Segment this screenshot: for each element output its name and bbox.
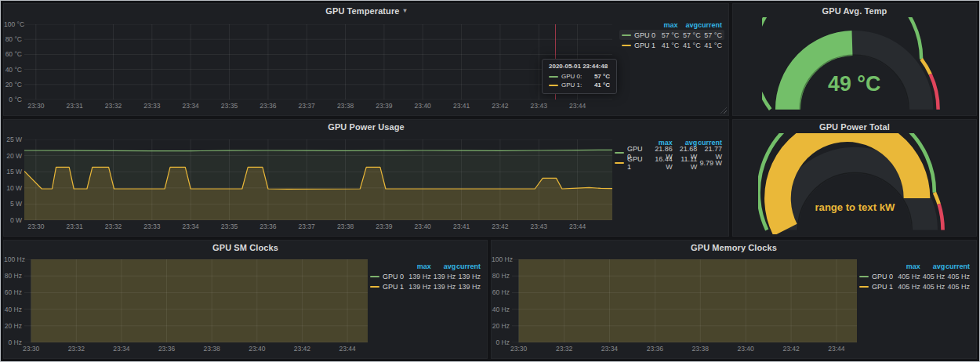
graph-body: 0 Hz20 Hz40 Hz60 Hz80 Hz100 Hz23:3023:32… [492,254,976,358]
chart-canvas [24,139,612,220]
chart-canvas [24,24,612,100]
x-axis-tick: 23:37 [299,223,315,230]
legend-table-memory-clocks: maxavgcurrentGPU 0405 Hz405 Hz405 HzGPU … [857,261,972,291]
legend-table-power: maxavgcurrentGPU 021.86 W21.68 W21.77 WG… [612,137,724,168]
legend-header-avg[interactable]: avg [920,262,946,270]
x-axis-tick: 23:37 [299,102,315,110]
legend-header-current[interactable]: current [945,262,970,270]
graph-body: 0 Hz20 Hz40 Hz60 Hz80 Hz100 Hz23:3023:32… [4,254,487,358]
chevron-down-icon[interactable]: ▾ [404,7,407,14]
panel-title-gpu-sm-clocks[interactable]: GPU SM Clocks [4,241,487,254]
tooltip-series-value: 41 °C [594,81,610,89]
x-axis-tick: 23:42 [492,223,508,230]
graph-plot-sm-clocks[interactable]: 0 Hz20 Hz40 Hz60 Hz80 Hz100 Hz23:3023:32… [24,259,368,342]
x-axis-tick: 23:41 [453,223,470,230]
graph-tooltip: 2020-05-01 23:44:48GPU 0:57 °CGPU 1:41 °… [542,59,617,94]
legend-header-current[interactable]: current [698,21,722,29]
y-axis-tick: 20 W [4,152,22,160]
legend-series-toggle[interactable]: GPU 1 [615,155,648,171]
legend-series-value: 405 Hz [895,273,920,281]
legend-series-toggle[interactable]: GPU 1 [859,283,895,291]
graph-plot-temperature[interactable]: 0 °C20 °C40 °C60 °C80 °C100 °C23:3023:31… [24,24,612,100]
panel-title-text: GPU Temperature [325,6,399,16]
legend-header-max[interactable]: max [895,262,920,270]
legend-series-toggle[interactable]: GPU 1 [370,283,406,291]
x-axis-tick: 23:36 [158,345,175,353]
y-axis-tick: 5 W [4,200,22,208]
x-axis-tick: 23:44 [569,223,586,230]
x-axis-tick: 23:35 [221,223,238,230]
panel-title-gpu-power-usage[interactable]: GPU Power Usage [4,120,728,133]
x-axis-tick: 23:38 [204,345,220,353]
series-color-dash-icon [549,76,558,78]
legend-series-value: 139 Hz [406,273,431,281]
graph-body: 0 W5 W10 W15 W20 W25 W23:3023:3123:3223:… [4,133,728,236]
graph-plot-memory-clocks[interactable]: 0 Hz20 Hz40 Hz60 Hz80 Hz100 Hz23:3023:32… [512,259,857,342]
panel-title-gpu-power-total[interactable]: GPU Power Total [733,120,976,133]
legend-series-name: GPU 0 [634,31,655,39]
panel-gpu-sm-clocks: GPU SM Clocks 0 Hz20 Hz40 Hz60 Hz80 Hz10… [3,240,488,359]
x-axis-tick: 23:32 [68,345,85,353]
gauge-canvas: 49 °C [762,17,946,114]
y-axis-tick: 20 Hz [492,322,510,330]
legend-series-toggle[interactable]: GPU 0 [622,31,658,39]
x-axis-tick: 23:32 [105,223,122,230]
series-color-dash-icon [859,286,869,288]
x-axis-tick: 23:44 [828,345,844,353]
x-axis-tick: 23:44 [569,102,586,110]
legend-series-value: 9.79 W [697,159,722,167]
series-color-dash-icon [370,286,379,288]
gauge-gpu-power-total: range to text kW [733,133,976,234]
legend-series-value: 139 Hz [456,283,481,291]
graph-plot-power[interactable]: 0 W5 W10 W15 W20 W25 W23:3023:3123:3223:… [24,139,612,220]
legend-series-row: GPU 057 °C57 °C57 °C [619,30,724,40]
panel-gpu-temperature: GPU Temperature ▾ 0 °C20 °C40 °C60 °C80 … [3,3,729,116]
series-color-dash-icon [622,45,631,46]
tooltip-series-value: 57 °C [594,72,610,81]
x-axis-tick: 23:34 [113,345,129,353]
legend-series-name: GPU 1 [872,283,893,291]
x-axis-tick: 23:44 [339,345,355,353]
x-axis-tick: 23:36 [260,102,276,110]
y-axis-tick: 60 °C [4,50,22,58]
legend-header-row: maxavgcurrent [619,20,724,30]
x-axis-tick: 23:42 [294,345,310,353]
x-axis-tick: 23:34 [601,345,618,353]
y-axis-tick: 100 Hz [4,255,22,263]
legend-series-value: 41 °C [679,42,700,49]
legend-series-row: GPU 1405 Hz405 Hz405 Hz [857,281,972,291]
panel-title-gpu-temperature[interactable]: GPU Temperature ▾ [4,4,728,17]
y-axis-tick: 15 W [4,168,22,176]
y-axis-tick: 25 W [4,136,22,143]
legend-header-current[interactable]: current [456,262,481,270]
graph-body: 0 °C20 °C40 °C60 °C80 °C100 °C23:3023:31… [4,17,728,115]
panel-gpu-power-usage: GPU Power Usage 0 W5 W10 W15 W20 W25 W23… [3,119,729,237]
legend-series-toggle[interactable]: GPU 0 [859,273,895,281]
legend-series-toggle[interactable]: GPU 0 [370,273,406,281]
tooltip-timestamp: 2020-05-01 23:44:48 [549,63,610,70]
x-axis-tick: 23:30 [27,102,44,110]
series-color-dash-icon [370,276,379,277]
legend-series-name: GPU 1 [383,283,404,291]
y-axis-tick: 80 Hz [4,272,22,280]
legend-series-value: 405 Hz [920,283,946,291]
x-axis-tick: 23:40 [738,345,754,353]
legend-series-toggle[interactable]: GPU 1 [622,42,658,49]
x-axis-tick: 23:34 [183,223,199,230]
legend-header-max[interactable]: max [406,262,431,270]
x-axis-tick: 23:43 [531,223,547,230]
legend-header-avg[interactable]: avg [678,21,699,29]
panel-title-gpu-avg-temp[interactable]: GPU Avg. Temp [733,4,976,17]
y-axis-tick: 60 Hz [492,288,510,296]
panel-title-gpu-memory-clocks[interactable]: GPU Memory Clocks [492,241,976,254]
x-axis-tick: 23:40 [415,102,431,110]
x-axis-tick: 23:41 [453,102,470,110]
legend-header-avg[interactable]: avg [431,262,456,270]
x-axis-tick: 23:43 [531,102,547,110]
x-axis-tick: 23:33 [143,223,160,230]
series-color-dash-icon [622,34,631,36]
legend-header-max[interactable]: max [658,21,678,29]
legend-series-value: 21.77 W [697,145,722,161]
panel-title-text: GPU Power Usage [328,122,404,132]
legend-series-value: 16.44 W [648,155,673,171]
